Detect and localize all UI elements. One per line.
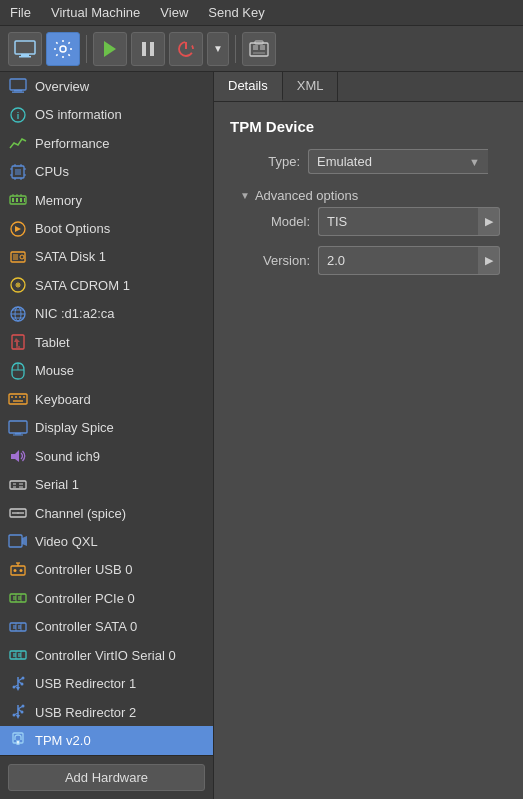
svg-rect-6 [150,42,154,56]
sidebar-item-ctrl-pcie[interactable]: Controller PCIe 0 [0,584,213,612]
type-value: Emulated [317,154,372,169]
sidebar-label-ctrl-sata: Controller SATA 0 [35,619,137,634]
toolbar-sep-1 [86,35,87,63]
sidebar-item-tablet[interactable]: Tablet [0,328,213,356]
tab-bar: Details XML [214,72,523,102]
type-select-group: Emulated ▼ [308,149,488,174]
sidebar-item-tpm[interactable]: TPM v2.0 [0,726,213,754]
sidebar-item-mouse[interactable]: Mouse [0,357,213,385]
menu-file[interactable]: File [6,4,35,21]
type-select[interactable]: Emulated ▼ [308,149,488,174]
svg-rect-16 [12,92,24,93]
power-btn[interactable] [169,32,203,66]
sidebar-label-mouse: Mouse [35,363,74,378]
tab-xml[interactable]: XML [283,72,339,101]
version-select[interactable]: 2.0 [318,246,478,275]
menu-view[interactable]: View [156,4,192,21]
sidebar-label-serial: Serial 1 [35,477,79,492]
svg-point-103 [21,682,24,685]
svg-marker-104 [16,687,20,691]
svg-rect-20 [15,169,21,175]
play-btn[interactable] [93,32,127,66]
version-arrow-btn[interactable]: ▶ [478,246,500,275]
toolbar-sep-2 [235,35,236,63]
screenshot-btn[interactable] [242,32,276,66]
svg-point-79 [20,569,23,572]
svg-point-74 [17,512,19,514]
model-select-group: TIS ▶ [318,207,500,236]
sidebar-item-video[interactable]: Video QXL [0,527,213,555]
sidebar-label-tablet: Tablet [35,335,70,350]
sound-icon [8,446,28,466]
pause-btn[interactable] [131,32,165,66]
power-dropdown[interactable]: ▼ [207,32,229,66]
sidebar-item-ctrl-usb[interactable]: Controller USB 0 [0,556,213,584]
sidebar-item-serial[interactable]: Serial 1 [0,470,213,498]
model-value: TIS [327,214,347,229]
memory-icon [8,190,28,210]
sidebar-label-cpus: CPUs [35,164,69,179]
usb-redir-1-icon [8,674,28,694]
sidebar-item-boot[interactable]: Boot Options [0,214,213,242]
svg-marker-112 [16,715,20,719]
svg-point-45 [17,284,19,286]
sidebar-item-ctrl-sata[interactable]: Controller SATA 0 [0,613,213,641]
serial-icon [8,475,28,495]
menu-virtual-machine[interactable]: Virtual Machine [47,4,144,21]
sidebar-label-nic: NIC :d1:a2:ca [35,306,115,321]
sidebar-item-channel[interactable]: Channel (spice) [0,499,213,527]
detail-pane: TPM Device Type: Emulated ▼ ▼ Advanced o… [214,102,523,799]
sidebar-item-display[interactable]: Display Spice [0,413,213,441]
sidebar-item-overview[interactable]: Overview [0,72,213,100]
boot-icon [8,219,28,239]
sidebar-item-ctrl-virtio[interactable]: Controller VirtIO Serial 0 [0,641,213,669]
advanced-arrow-icon: ▼ [240,190,250,201]
settings-btn[interactable] [46,32,80,66]
svg-rect-89 [18,625,21,629]
svg-point-99 [22,676,25,679]
sidebar-label-video: Video QXL [35,534,98,549]
main-layout: Overview i OS information Performance [0,72,523,799]
tablet-icon [8,332,28,352]
sidebar-item-nic[interactable]: NIC :d1:a2:ca [0,300,213,328]
add-hardware-button[interactable]: Add Hardware [8,764,205,791]
svg-rect-32 [20,198,22,202]
menu-send-key[interactable]: Send Key [204,4,268,21]
sidebar-label-sound: Sound ich9 [35,449,100,464]
model-label: Model: [250,214,310,229]
svg-rect-75 [9,535,22,547]
type-row: Type: Emulated ▼ [230,149,507,174]
model-select[interactable]: TIS [318,207,478,236]
monitor-btn[interactable] [8,32,42,66]
sidebar-label-ctrl-pcie: Controller PCIe 0 [35,591,135,606]
version-select-group: 2.0 ▶ [318,246,500,275]
usb-redir-2-icon [8,702,28,722]
sidebar-item-keyboard[interactable]: Keyboard [0,385,213,413]
type-label: Type: [230,154,300,169]
svg-point-115 [17,741,19,743]
svg-rect-64 [11,454,15,459]
advanced-toggle[interactable]: ▼ Advanced options [230,184,507,207]
sidebar-label-boot: Boot Options [35,221,110,236]
sidebar-item-usb-redir-1[interactable]: USB Redirector 1 [0,670,213,698]
sidebar-item-performance[interactable]: Performance [0,129,213,157]
svg-rect-93 [13,653,16,657]
svg-rect-9 [250,43,268,56]
sidebar-item-usb-redir-2[interactable]: USB Redirector 2 [0,698,213,726]
svg-rect-2 [19,56,31,58]
sidebar-item-sound[interactable]: Sound ich9 [0,442,213,470]
model-arrow-btn[interactable]: ▶ [478,207,500,236]
cdrom-icon [8,275,28,295]
sidebar-item-os[interactable]: i OS information [0,100,213,128]
sidebar-item-cdrom[interactable]: SATA CDROM 1 [0,271,213,299]
nic-icon [8,304,28,324]
sidebar-item-sata-disk[interactable]: SATA Disk 1 [0,243,213,271]
tab-details[interactable]: Details [214,72,283,101]
sidebar-label-keyboard: Keyboard [35,392,91,407]
sidebar-item-cpus[interactable]: CPUs [0,157,213,185]
sidebar-label-usb-redir-2: USB Redirector 2 [35,705,136,720]
svg-rect-77 [11,566,25,575]
sidebar-item-memory[interactable]: Memory [0,186,213,214]
ctrl-pcie-icon [8,588,28,608]
sidebar-label-cdrom: SATA CDROM 1 [35,278,130,293]
